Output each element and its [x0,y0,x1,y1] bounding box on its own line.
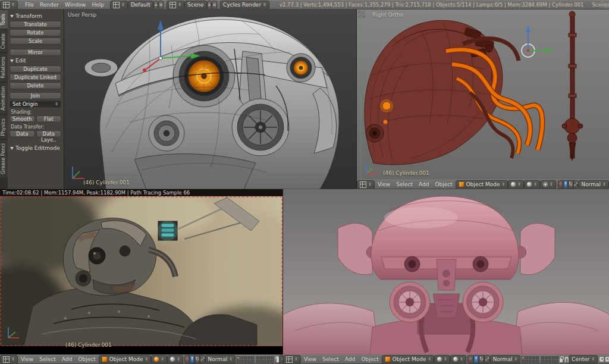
viewport-clay[interactable] [282,189,609,354]
drawtype-dropdown[interactable]: ⇕ [450,355,466,364]
shading-label: Shading: [11,109,61,115]
editor-type-dropdown[interactable]: ⇕ [357,180,375,189]
view-menu[interactable]: View [375,181,393,187]
shading-sphere-icon-rendered [154,357,159,362]
set-origin-dropdown[interactable]: Set Origin⇕ [10,101,61,108]
tab-relations[interactable]: Relations [0,52,8,82]
window-resize-grip[interactable] [601,1,609,9]
editor-type-dropdown[interactable]: ⇕ [0,355,18,364]
screen-layout-icon-dropdown[interactable]: ⇕ [110,1,128,10]
viewport-rendered[interactable]: Time:02:08.62 | Mem:1157.94M, Peak:1182.… [0,189,282,354]
view-menu[interactable]: View [18,356,36,362]
manipulator-translate-button[interactable]: ↑ [473,355,479,363]
join-button[interactable]: Join [10,92,61,99]
shading-dropdown[interactable]: ⇕ [508,180,524,189]
scene-icon-dropdown[interactable]: ⇕ [167,1,184,10]
opengl-render-still-icon[interactable] [599,357,603,362]
shading-dropdown[interactable]: ⇕ [151,355,167,364]
tab-tools[interactable]: Tools [0,10,8,29]
screen-layout-add-button[interactable]: + [153,1,159,10]
snap-magnet-icon[interactable] [277,357,279,362]
manipulator-translate-button[interactable]: ↑ [563,180,569,189]
panel-collapse-icon [10,59,14,62]
duplicate-linked-button[interactable]: Duplicate Linked [10,74,61,81]
data-layout-transfer-button[interactable]: Data Laye.. [36,130,62,137]
pivot-dropdown[interactable]: ⇕ [540,180,556,189]
scene-field[interactable]: Scene [184,1,206,10]
editor-type-dropdown[interactable]: ⇕ [283,355,301,364]
shade-flat-button[interactable]: Flat [36,115,62,123]
object-menu[interactable]: Object [75,356,98,362]
delete-button[interactable]: Delete [10,82,61,89]
manipulator-rotate-button[interactable]: ↻ [479,355,484,363]
manipulator-rotate-button[interactable]: ↻ [194,355,200,363]
tab-animation[interactable]: Animation [0,82,8,114]
tab-create[interactable]: Create [0,29,8,53]
screen-layout-close-button[interactable]: ✕ [158,1,164,10]
view-menu[interactable]: View [301,356,319,362]
mode-dropdown[interactable]: Object Mode⇕ [99,355,152,364]
layers-grid[interactable] [237,356,254,363]
info-editor-icon [3,2,10,8]
object-menu[interactable]: Object [358,356,381,362]
manipulator-scale-button[interactable]: ⤢ [573,180,578,189]
manipulator-axis-button[interactable]: ✛ [558,180,563,189]
menu-window[interactable]: Window [62,2,89,8]
editor-type-dropdown-info[interactable]: ⇕ [0,1,18,10]
duplicate-button[interactable]: Duplicate [10,65,61,73]
menu-help[interactable]: Help [89,2,107,8]
manipulator-scale-button[interactable]: ⤢ [200,355,205,363]
add-menu[interactable]: Add [59,356,75,362]
manipulator-translate-button[interactable]: ↑ [190,355,195,363]
render-engine-dropdown[interactable]: Cycles Render⇕ [220,1,269,10]
data-transfer-button[interactable]: Data [10,130,35,137]
screen-layout-field[interactable]: Default [128,1,153,10]
mode-dropdown[interactable]: Object Mode⇕ [456,180,508,189]
layers-grid[interactable] [522,356,539,363]
view-label: Right Ortho [372,12,403,18]
mode-dropdown[interactable]: Object Mode⇕ [382,355,435,364]
viewport-user-persp[interactable]: User Persp (46) Cylinder.001 [64,10,357,189]
orientation-dropdown[interactable]: Normal⇕ [205,355,236,364]
orientation-dropdown[interactable]: Normal⇕ [578,180,608,189]
manipulator-axis-button[interactable]: ✛ [184,355,190,363]
rotate-button[interactable]: Rotate [10,29,61,36]
scene-close-button[interactable]: ✕ [212,1,217,10]
add-menu[interactable]: Add [342,356,358,362]
viewport-right-ortho[interactable]: Right Ortho (46) Cylinder.001 [357,10,609,180]
menu-file[interactable]: File [22,2,37,8]
tab-grease-pencil[interactable]: Grease Penci [0,139,8,178]
select-menu[interactable]: Select [36,356,59,362]
scene-add-button[interactable]: + [207,1,212,10]
panel-header-transform[interactable]: Transform [10,13,61,19]
select-menu[interactable]: Select [319,356,342,362]
shade-smooth-button[interactable]: Smooth [10,115,35,123]
mirror-button[interactable]: Mirror [10,49,61,56]
panel-header-edit[interactable]: Edit [10,58,61,64]
viewport-corner-grip[interactable] [358,11,365,18]
info-header: ⇕ File Render Window Help ⇕ Default + ✕ … [0,0,609,10]
view-label: User Persp [68,12,96,18]
object-menu[interactable]: Object [432,181,455,187]
manipulator-rotate-button[interactable]: ↻ [568,180,573,189]
manipulator-axis-button[interactable]: ✛ [467,355,473,363]
opengl-render-anim-icon[interactable] [605,357,609,362]
lock-icon[interactable] [560,359,563,362]
translate-button[interactable]: Translate [10,21,61,28]
panel-header-toggle-editmode[interactable]: Toggle Editmode [10,145,61,151]
orientation-dropdown[interactable]: Normal⇕ [490,355,520,364]
drawtype-dropdown[interactable]: ⇕ [167,355,183,364]
snap-target-dropdown[interactable]: Center⇕ [569,355,598,364]
manipulator-scale-button[interactable]: ⤢ [484,355,489,363]
layers-grid-2[interactable] [256,356,274,363]
add-menu[interactable]: Add [416,181,432,187]
snap-magnet-icon[interactable] [564,357,569,362]
drawtype-dropdown[interactable]: ⇕ [524,180,540,189]
layers-grid-2[interactable] [541,356,558,363]
menu-render[interactable]: Render [37,2,62,8]
select-menu[interactable]: Select [393,181,416,187]
shading-dropdown[interactable]: ⇕ [434,355,450,364]
scale-button[interactable]: Scale [10,37,61,45]
tool-shelf: Tools Create Relations Animation Physics… [0,10,64,189]
tab-physics[interactable]: Physics [0,114,8,140]
